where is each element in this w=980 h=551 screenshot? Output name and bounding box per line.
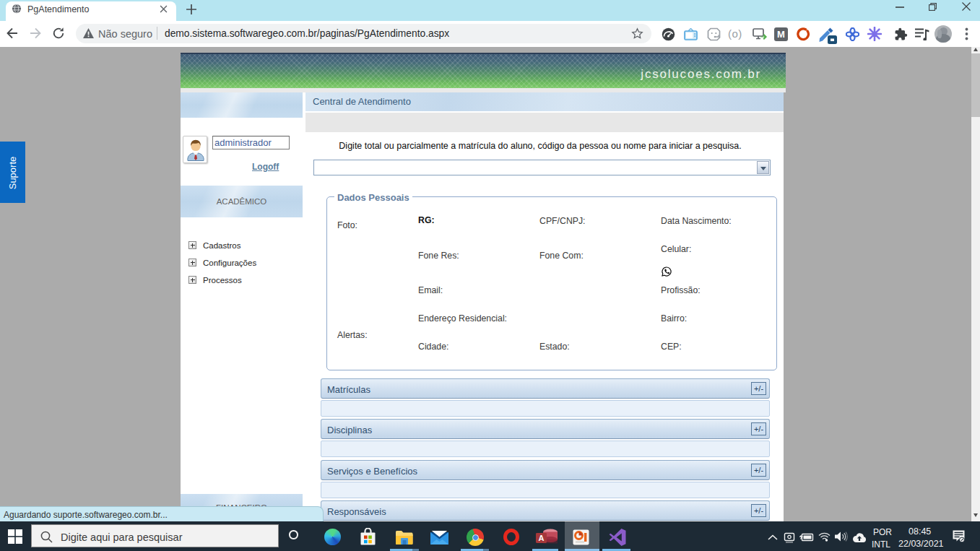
- svg-text:A: A: [539, 534, 545, 542]
